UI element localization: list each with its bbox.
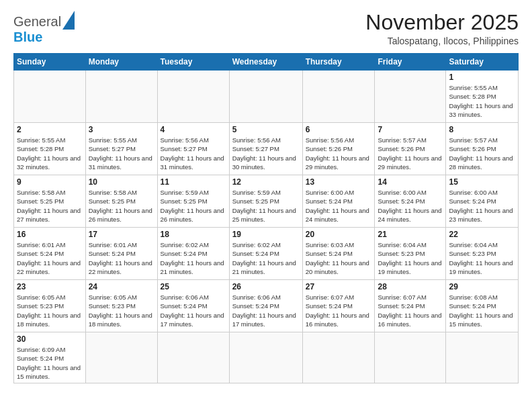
table-row: 16 Sunrise: 6:01 AM Sunset: 5:24 PM Dayl… (14, 228, 519, 280)
day-info: Sunrise: 6:01 AM Sunset: 5:24 PM Dayligh… (17, 240, 83, 276)
empty-cell (229, 332, 302, 383)
daylight: Daylight: 11 hours and 30 minutes. (232, 154, 296, 171)
header-sunday: Sunday (14, 54, 86, 71)
sunrise: Sunrise: 5:55 AM (449, 84, 497, 91)
daylight: Daylight: 11 hours and 27 minutes. (17, 207, 81, 223)
sunrise: Sunrise: 6:05 AM (17, 293, 65, 301)
calendar-table: Sunday Monday Tuesday Wednesday Thursday… (13, 53, 519, 383)
daylight: Daylight: 11 hours and 29 minutes. (306, 154, 369, 171)
day-number: 5 (232, 125, 300, 134)
day-number: 26 (232, 282, 300, 291)
daylight: Daylight: 11 hours and 19 minutes. (449, 259, 513, 275)
day-info: Sunrise: 5:58 AM Sunset: 5:25 PM Dayligh… (89, 188, 154, 224)
table-row: 1 Sunrise: 5:55 AM Sunset: 5:28 PM Dayli… (14, 71, 519, 123)
header: General Blue November 2025 Talospatang, … (13, 11, 519, 46)
sunrise: Sunrise: 5:56 AM (232, 136, 281, 144)
sunrise: Sunrise: 6:02 AM (232, 241, 281, 248)
day-14: 14 Sunrise: 6:00 AM Sunset: 5:24 PM Dayl… (375, 175, 446, 228)
sunset: Sunset: 5:24 PM (378, 197, 425, 205)
daylight: Daylight: 11 hours and 23 minutes. (449, 207, 513, 223)
sunrise: Sunrise: 5:55 AM (17, 136, 65, 144)
day-info: Sunrise: 6:06 AM Sunset: 5:24 PM Dayligh… (232, 293, 300, 328)
daylight: Daylight: 11 hours and 26 minutes. (161, 207, 224, 223)
sunset: Sunset: 5:24 PM (306, 197, 353, 205)
day-info: Sunrise: 6:03 AM Sunset: 5:24 PM Dayligh… (306, 240, 372, 276)
sunrise: Sunrise: 6:00 AM (306, 189, 354, 196)
day-number: 9 (17, 177, 83, 187)
daylight: Daylight: 11 hours and 21 minutes. (161, 259, 224, 275)
day-number: 2 (17, 125, 83, 134)
daylight: Daylight: 11 hours and 28 minutes. (449, 154, 513, 171)
sunrise: Sunrise: 5:55 AM (89, 136, 137, 144)
sunrise: Sunrise: 5:58 AM (17, 189, 65, 196)
sunrise: Sunrise: 6:06 AM (161, 293, 209, 301)
day-6: 6 Sunrise: 5:56 AM Sunset: 5:26 PM Dayli… (302, 123, 375, 175)
sunrise: Sunrise: 5:59 AM (232, 189, 281, 196)
daylight: Daylight: 11 hours and 18 minutes. (89, 312, 152, 328)
empty-cell (157, 71, 229, 123)
header-wednesday: Wednesday (229, 54, 302, 71)
day-info: Sunrise: 6:08 AM Sunset: 5:24 PM Dayligh… (449, 293, 515, 328)
day-info: Sunrise: 6:05 AM Sunset: 5:23 PM Dayligh… (89, 293, 154, 328)
daylight: Daylight: 11 hours and 15 minutes. (449, 312, 513, 328)
day-info: Sunrise: 6:06 AM Sunset: 5:24 PM Dayligh… (161, 293, 226, 328)
sunset: Sunset: 5:25 PM (232, 197, 279, 205)
location: Talospatang, Ilocos, Philippines (365, 36, 519, 46)
day-5: 5 Sunrise: 5:56 AM Sunset: 5:27 PM Dayli… (229, 123, 302, 175)
table-row: 23 Sunrise: 6:05 AM Sunset: 5:23 PM Dayl… (14, 280, 519, 332)
sunset: Sunset: 5:23 PM (89, 302, 136, 310)
sunset: Sunset: 5:24 PM (232, 250, 279, 257)
day-12: 12 Sunrise: 5:59 AM Sunset: 5:25 PM Dayl… (229, 175, 302, 228)
day-4: 4 Sunrise: 5:56 AM Sunset: 5:27 PM Dayli… (157, 123, 229, 175)
sunrise: Sunrise: 6:07 AM (306, 293, 354, 301)
daylight: Daylight: 11 hours and 16 minutes. (306, 312, 369, 328)
day-11: 11 Sunrise: 5:59 AM Sunset: 5:25 PM Dayl… (157, 175, 229, 228)
sunset: Sunset: 5:26 PM (378, 145, 425, 152)
empty-cell (375, 332, 446, 383)
day-21: 21 Sunrise: 6:04 AM Sunset: 5:23 PM Dayl… (375, 228, 446, 280)
day-18: 18 Sunrise: 6:02 AM Sunset: 5:24 PM Dayl… (157, 228, 229, 280)
day-1: 1 Sunrise: 5:55 AM Sunset: 5:28 PM Dayli… (446, 71, 519, 123)
day-info: Sunrise: 5:55 AM Sunset: 5:28 PM Dayligh… (17, 136, 83, 171)
day-17: 17 Sunrise: 6:01 AM Sunset: 5:24 PM Dayl… (85, 228, 157, 280)
day-number: 28 (378, 282, 443, 291)
day-number: 1 (449, 73, 515, 82)
sunrise: Sunrise: 5:58 AM (89, 189, 137, 196)
logo-blue-text: Blue (13, 30, 42, 45)
day-number: 19 (232, 230, 300, 239)
sunset: Sunset: 5:24 PM (306, 250, 353, 257)
daylight: Daylight: 11 hours and 17 minutes. (161, 312, 224, 328)
day-3: 3 Sunrise: 5:55 AM Sunset: 5:27 PM Dayli… (85, 123, 157, 175)
day-9: 9 Sunrise: 5:58 AM Sunset: 5:25 PM Dayli… (14, 175, 86, 228)
day-24: 24 Sunrise: 6:05 AM Sunset: 5:23 PM Dayl… (85, 280, 157, 332)
daylight: Daylight: 11 hours and 25 minutes. (232, 207, 296, 223)
day-number: 6 (306, 125, 372, 134)
sunset: Sunset: 5:23 PM (449, 250, 496, 257)
day-info: Sunrise: 5:56 AM Sunset: 5:26 PM Dayligh… (306, 136, 372, 171)
daylight: Daylight: 11 hours and 24 minutes. (378, 207, 441, 223)
table-row: 30 Sunrise: 6:09 AM Sunset: 5:24 PM Dayl… (14, 332, 519, 383)
month-title: November 2025 (365, 11, 519, 34)
day-info: Sunrise: 6:04 AM Sunset: 5:23 PM Dayligh… (449, 240, 515, 276)
day-number: 8 (449, 125, 515, 134)
day-info: Sunrise: 6:07 AM Sunset: 5:24 PM Dayligh… (306, 293, 372, 328)
day-number: 14 (378, 177, 443, 187)
day-info: Sunrise: 6:05 AM Sunset: 5:23 PM Dayligh… (17, 293, 83, 328)
sunset: Sunset: 5:23 PM (17, 302, 64, 310)
day-number: 11 (161, 177, 226, 187)
daylight: Daylight: 11 hours and 17 minutes. (232, 312, 296, 328)
day-25: 25 Sunrise: 6:06 AM Sunset: 5:24 PM Dayl… (157, 280, 229, 332)
day-number: 25 (161, 282, 226, 291)
sunset: Sunset: 5:26 PM (449, 145, 496, 152)
day-number: 3 (89, 125, 154, 134)
day-30: 30 Sunrise: 6:09 AM Sunset: 5:24 PM Dayl… (14, 332, 86, 383)
empty-cell (375, 71, 446, 123)
daylight: Daylight: 11 hours and 21 minutes. (232, 259, 296, 275)
day-number: 4 (161, 125, 226, 134)
day-info: Sunrise: 6:01 AM Sunset: 5:24 PM Dayligh… (89, 240, 154, 276)
header-tuesday: Tuesday (157, 54, 229, 71)
header-saturday: Saturday (446, 54, 519, 71)
day-number: 15 (449, 177, 515, 187)
day-23: 23 Sunrise: 6:05 AM Sunset: 5:23 PM Dayl… (14, 280, 86, 332)
daylight: Daylight: 11 hours and 33 minutes. (449, 102, 513, 118)
